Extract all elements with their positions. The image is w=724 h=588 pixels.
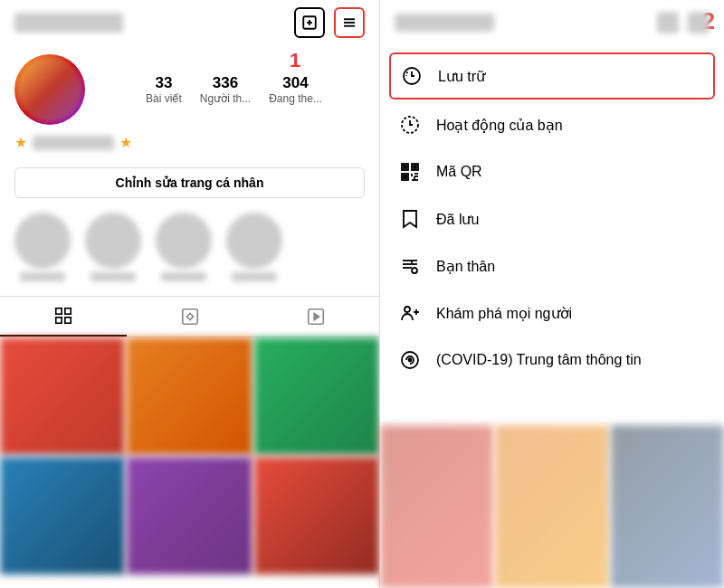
stats-row: 33 Bài viết 336 Người th... 304 Đang the… — [103, 74, 365, 105]
tab-tagged[interactable] — [127, 297, 253, 337]
photo-grid — [0, 337, 379, 574]
posts-label: Bài viết — [146, 92, 182, 105]
menu-label-ma-qr: Mã QR — [436, 164, 482, 180]
stat-posts: 33 Bài viết — [146, 74, 182, 105]
following-label: Đang the... — [269, 92, 322, 105]
menu-list: Lưu trữ Hoạt động của bạn — [380, 45, 724, 389]
right-panel: 2 Lưu trữ — [380, 0, 724, 588]
highlight-circle-1 — [14, 213, 71, 269]
left-panel: 1 33 Bài viết 336 Người th... 304 Đang t… — [0, 0, 380, 588]
profile-section: 33 Bài viết 336 Người th... 304 Đang the… — [0, 45, 379, 130]
svg-rect-6 — [56, 308, 62, 314]
svg-rect-21 — [404, 175, 406, 178]
right-icon-2 — [688, 12, 710, 33]
username-blur — [14, 13, 123, 33]
grid-cell-3[interactable] — [254, 337, 379, 455]
add-post-button[interactable] — [294, 7, 325, 38]
right-username-blur — [395, 14, 494, 32]
svg-rect-19 — [404, 166, 406, 168]
stat-following: 304 Đang the... — [269, 74, 322, 105]
followers-count: 336 — [200, 74, 251, 92]
covid-icon — [398, 348, 422, 372]
menu-label-covid: (COVID-19) Trung tâm thông tin — [436, 352, 642, 368]
avatar — [14, 54, 85, 125]
highlight-circle-4 — [226, 213, 282, 269]
archive-icon — [400, 64, 424, 88]
menu-item-ban-than[interactable]: Bạn thân — [380, 242, 724, 289]
tab-bar — [0, 296, 379, 337]
bookmark-icon — [398, 207, 422, 231]
discover-people-icon — [398, 301, 422, 325]
highlight-label-3 — [161, 272, 206, 281]
highlight-label-2 — [90, 272, 136, 281]
grid-cell-1[interactable] — [0, 337, 125, 455]
followers-label: Người th... — [200, 92, 251, 105]
right-top-icons — [657, 12, 710, 33]
grid-cell-4[interactable] — [0, 457, 125, 574]
bio-name-row: ★ ★ — [14, 134, 365, 151]
highlight-label-4 — [232, 272, 277, 281]
stat-followers: 336 Người th... — [200, 74, 251, 105]
svg-point-32 — [405, 307, 410, 312]
right-top-bar — [380, 0, 724, 45]
menu-item-hoat-dong[interactable]: Hoạt động của bạn — [380, 101, 724, 148]
right-icon-1 — [657, 12, 679, 33]
menu-label-luu-tru: Lưu trữ — [438, 68, 485, 85]
menu-item-luu-tru[interactable]: Lưu trữ — [389, 52, 715, 100]
top-icons — [294, 7, 365, 38]
menu-label-kham-pha: Khám phá mọi người — [436, 305, 572, 322]
highlight-4[interactable] — [226, 213, 282, 281]
highlights-row — [0, 205, 379, 289]
star-icon-right: ★ — [119, 134, 132, 151]
qr-icon — [398, 160, 422, 184]
svg-rect-8 — [56, 318, 62, 323]
rb-cell-1 — [380, 425, 493, 588]
top-bar — [0, 0, 379, 45]
star-icon-left: ★ — [14, 134, 27, 151]
rb-cell-2 — [495, 425, 608, 588]
menu-item-covid[interactable]: (COVID-19) Trung tâm thông tin — [380, 337, 724, 384]
svg-rect-9 — [65, 318, 71, 323]
grid-cell-2[interactable] — [127, 337, 252, 455]
menu-button[interactable] — [334, 7, 365, 38]
annotation-1: 1 — [290, 49, 300, 72]
svg-rect-7 — [65, 308, 71, 314]
grid-cell-5[interactable] — [127, 457, 252, 574]
tab-grid[interactable] — [0, 297, 127, 337]
svg-point-30 — [412, 268, 417, 273]
posts-count: 33 — [146, 74, 182, 92]
close-friends-icon — [398, 254, 422, 278]
right-bottom-photos — [380, 425, 724, 588]
svg-rect-20 — [414, 166, 416, 168]
activity-icon — [398, 113, 422, 137]
svg-point-36 — [409, 359, 412, 362]
highlight-2[interactable] — [85, 213, 141, 281]
svg-marker-13 — [314, 313, 319, 319]
highlight-3[interactable] — [156, 213, 212, 281]
menu-item-da-luu[interactable]: Đã lưu — [380, 195, 724, 242]
menu-item-ma-qr[interactable]: Mã QR — [380, 148, 724, 195]
highlight-1[interactable] — [14, 213, 71, 281]
rb-cell-3 — [611, 425, 724, 588]
menu-item-kham-pha[interactable]: Khám phá mọi người — [380, 289, 724, 337]
user-info: ★ ★ — [0, 130, 379, 160]
menu-label-ban-than: Bạn thân — [436, 258, 495, 275]
highlight-label-1 — [20, 272, 65, 281]
display-name-blur — [33, 136, 114, 150]
svg-rect-10 — [182, 309, 197, 325]
menu-label-hoat-dong: Hoạt động của bạn — [436, 117, 563, 134]
svg-point-11 — [187, 314, 193, 319]
menu-label-da-luu: Đã lưu — [436, 211, 479, 228]
edit-profile-button[interactable]: Chỉnh sửa trang cá nhân — [14, 167, 365, 198]
following-count: 304 — [269, 74, 322, 92]
highlight-circle-3 — [156, 213, 212, 269]
grid-cell-6[interactable] — [254, 457, 379, 574]
tab-reels[interactable] — [252, 297, 379, 337]
highlight-circle-2 — [85, 213, 141, 269]
